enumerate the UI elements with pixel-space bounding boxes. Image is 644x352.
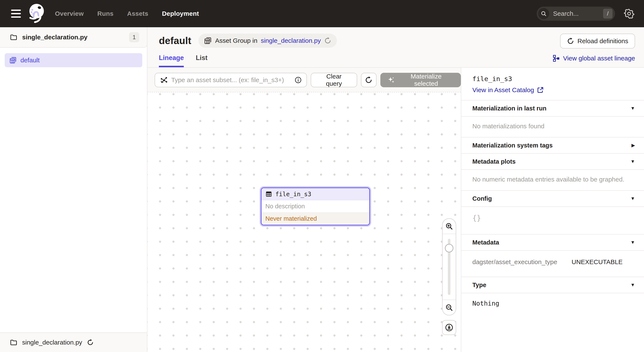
page-header: default Asset Group in single_declaratio… xyxy=(147,27,644,48)
download-icon xyxy=(445,323,454,332)
section-title: Materialization in last run xyxy=(472,105,546,112)
section-title: Type xyxy=(472,282,486,289)
section-config[interactable]: Config ▼ xyxy=(461,190,644,206)
zoom-slider[interactable] xyxy=(442,234,456,300)
reload-icon xyxy=(567,37,574,45)
nav-item-overview[interactable]: Overview xyxy=(55,10,84,17)
page-title: default xyxy=(159,35,191,46)
sidebar-footer: single_declaration.py xyxy=(0,333,147,352)
tabs-row: Lineage List View global asset lineage xyxy=(147,48,644,68)
top-nav-bar: Overview Runs Assets Deployment / xyxy=(0,0,644,27)
section-metadata-plots[interactable]: Metadata plots ▼ xyxy=(461,153,644,169)
chevron-down-icon: ▼ xyxy=(630,282,635,288)
sidebar: single_declaration.py 1 default single_d… xyxy=(0,27,147,352)
lineage-toolbar: Clear query Mater xyxy=(147,68,461,92)
metadata-key: dagster/asset_execution_type xyxy=(472,258,572,266)
download-image-button[interactable] xyxy=(442,320,456,335)
main-area: default Asset Group in single_declaratio… xyxy=(147,27,644,352)
metadata-plots-empty-state: No numeric metadata entries available to… xyxy=(461,169,644,190)
table-icon xyxy=(265,191,272,198)
slash-shortcut-badge: / xyxy=(603,9,612,18)
zoom-in-icon xyxy=(445,222,453,230)
folder-icon xyxy=(10,33,18,41)
sidebar-repo-item[interactable]: single_declaration.py 1 xyxy=(0,27,147,48)
repo-name: single_declaration.py xyxy=(22,34,124,41)
nav-item-assets[interactable]: Assets xyxy=(127,10,148,17)
search-icon xyxy=(538,8,549,19)
search-input[interactable] xyxy=(549,10,603,17)
reload-definitions-button[interactable]: Reload definitions xyxy=(560,34,635,48)
asset-node-status: Never materialized xyxy=(262,213,369,225)
sidebar-item-default-group[interactable]: default xyxy=(5,53,142,67)
type-value: Nothing xyxy=(461,293,644,316)
refresh-graph-button[interactable] xyxy=(361,73,376,87)
zoom-controls xyxy=(442,218,456,335)
asset-node-file-in-s3[interactable]: file_in_s3 No description Never material… xyxy=(261,188,370,225)
materialize-selected-button[interactable]: Materialize selected xyxy=(380,73,461,87)
metadata-row: dagster/asset_execution_type UNEXECUTABL… xyxy=(461,250,644,277)
clear-query-button[interactable]: Clear query xyxy=(311,73,357,87)
breadcrumb-repo-link[interactable]: single_declaration.py xyxy=(261,37,321,44)
asset-query-box[interactable] xyxy=(154,73,307,87)
asset-group-icon xyxy=(204,37,212,44)
section-title: Materialization system tags xyxy=(472,142,553,149)
materialize-selected-label: Materialize selected xyxy=(398,73,454,87)
asset-node-description: No description xyxy=(262,200,369,213)
gear-icon[interactable] xyxy=(624,8,635,19)
section-title: Metadata xyxy=(472,239,499,246)
nav-item-deployment[interactable]: Deployment xyxy=(162,10,199,17)
view-in-asset-catalog-link[interactable]: View in Asset Catalog xyxy=(472,86,636,94)
dagster-app: Overview Runs Assets Deployment / xyxy=(0,0,644,352)
section-metadata[interactable]: Metadata ▼ xyxy=(461,234,644,250)
footer-repo-name: single_declaration.py xyxy=(22,339,82,346)
catalog-link-label: View in Asset Catalog xyxy=(472,86,534,94)
reload-definitions-label: Reload definitions xyxy=(578,37,628,45)
breadcrumb-prefix: Asset Group in xyxy=(215,37,257,44)
section-title: Config xyxy=(472,195,492,202)
chevron-right-icon: ▶ xyxy=(632,143,635,148)
asset-group-breadcrumb: Asset Group in single_declaration.py xyxy=(198,34,337,48)
asset-subset-icon xyxy=(160,76,168,84)
materialization-empty-state: No materializations found xyxy=(461,116,644,137)
asset-node-header: file_in_s3 xyxy=(262,188,369,200)
section-materialization-last-run[interactable]: Materialization in last run ▼ xyxy=(461,100,644,116)
asset-query-input[interactable] xyxy=(171,76,291,84)
section-materialization-system-tags[interactable]: Materialization system tags ▶ xyxy=(461,137,644,153)
global-search[interactable]: / xyxy=(537,6,615,21)
tab-lineage[interactable]: Lineage xyxy=(159,54,184,67)
nav-item-runs[interactable]: Runs xyxy=(97,10,114,17)
chevron-down-icon: ▼ xyxy=(630,196,635,201)
nav-items: Overview Runs Assets Deployment xyxy=(55,10,199,17)
asset-detail-panel: file_in_s3 View in Asset Catalog Materia… xyxy=(461,68,644,352)
chevron-down-icon: ▼ xyxy=(630,106,635,111)
tab-list[interactable]: List xyxy=(196,54,208,67)
dagster-logo-icon[interactable] xyxy=(27,2,45,25)
global-lineage-label: View global asset lineage xyxy=(563,55,635,62)
zoom-slider-knob[interactable] xyxy=(445,244,454,252)
hamburger-menu-icon[interactable] xyxy=(11,9,21,18)
refresh-icon[interactable] xyxy=(324,37,331,44)
panel-asset-name: file_in_s3 xyxy=(472,75,636,83)
external-link-icon xyxy=(537,86,544,94)
chevron-down-icon: ▼ xyxy=(630,240,635,245)
lineage-graph-icon xyxy=(552,54,560,62)
clear-query-label: Clear query xyxy=(318,73,350,87)
zoom-in-button[interactable] xyxy=(442,219,456,234)
chevron-down-icon: ▼ xyxy=(630,159,635,164)
refresh-icon xyxy=(365,76,372,84)
asset-node-title: file_in_s3 xyxy=(275,191,311,198)
view-global-asset-lineage-link[interactable]: View global asset lineage xyxy=(552,54,635,67)
lineage-canvas[interactable]: file_in_s3 No description Never material… xyxy=(147,92,461,352)
metadata-value: UNEXECUTABLE xyxy=(572,258,623,266)
asset-group-icon xyxy=(9,57,16,64)
asset-count-badge: 1 xyxy=(129,32,139,42)
zoom-out-icon xyxy=(445,304,453,312)
info-icon[interactable] xyxy=(294,76,302,84)
sidebar-item-label: default xyxy=(20,57,40,64)
section-title: Metadata plots xyxy=(472,158,516,165)
section-type[interactable]: Type ▼ xyxy=(461,277,644,293)
zoom-out-button[interactable] xyxy=(442,300,456,315)
reload-repo-icon[interactable] xyxy=(87,339,94,346)
config-value: {} xyxy=(461,206,644,234)
folder-icon xyxy=(10,339,18,346)
